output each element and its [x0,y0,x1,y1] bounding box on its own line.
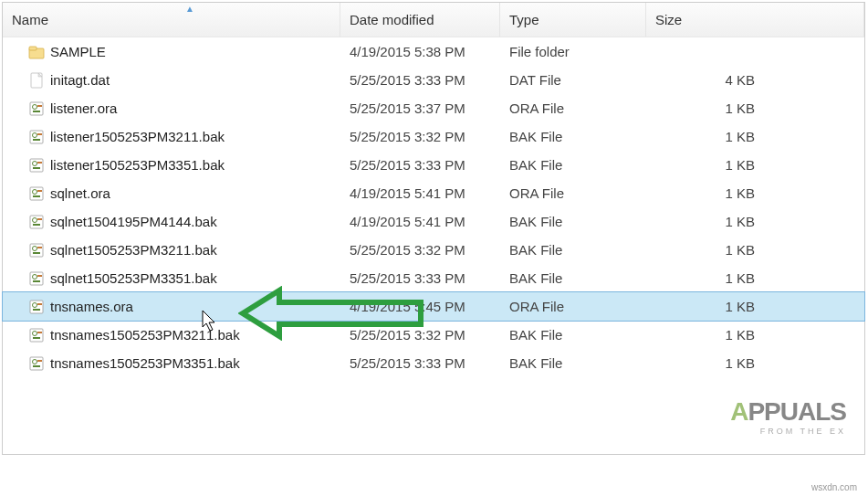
file-explorer-window: Name ▲ Date modified Type Size SAMPLE 4/… [2,2,865,455]
cell-type: ORA File [500,299,646,314]
cell-type: BAK File [500,355,646,371]
cell-name: listener1505253PM3211.bak [3,129,340,145]
file-size-label: 1 KB [725,270,755,286]
column-header-type[interactable]: Type [500,3,646,37]
file-date-label: 4/19/2015 5:41 PM [350,185,465,201]
file-date-label: 5/25/2015 3:33 PM [350,270,465,286]
file-date-label: 5/25/2015 3:33 PM [350,72,465,88]
cell-size: 1 KB [646,185,864,201]
cell-type: BAK File [500,214,646,229]
file-name-label: initagt.dat [50,72,110,88]
table-row[interactable]: listener1505253PM3351.bak 5/25/2015 3:33… [3,151,864,179]
cell-type: BAK File [500,327,646,343]
column-header-date[interactable]: Date modified [340,3,500,37]
column-header-type-label: Type [509,12,539,27]
file-name-label: SAMPLE [50,44,106,59]
table-row[interactable]: sqlnet1505253PM3351.bak 5/25/2015 3:33 P… [3,264,864,292]
file-type-label: ORA File [509,100,564,116]
file-type-label: File folder [509,44,570,59]
cell-name: sqlnet1505253PM3351.bak [3,270,340,287]
sort-ascending-icon: ▲ [185,4,194,14]
file-name-label: sqlnet1505253PM3351.bak [50,270,217,286]
file-size-label: 4 KB [725,72,755,88]
watermark-tagline: FROM THE EX [730,427,846,436]
table-row[interactable]: SAMPLE 4/19/2015 5:38 PM File folder [3,37,864,66]
file-date-label: 5/25/2015 3:32 PM [350,129,465,144]
file-type-label: BAK File [509,129,562,144]
watermark-brand-a: A [730,397,748,426]
bak-icon [28,242,45,259]
cell-date: 4/19/2015 5:41 PM [340,185,500,201]
table-row[interactable]: tnsnames1505253PM3211.bak 5/25/2015 3:32… [3,321,864,349]
cell-name: sqlnet.ora [3,185,340,202]
cell-type: BAK File [500,242,646,258]
file-size-label: 1 KB [725,185,755,201]
cell-name: tnsnames.ora [3,299,340,315]
file-date-label: 5/25/2015 3:32 PM [350,327,465,343]
file-type-label: BAK File [509,355,562,371]
file-size-label: 1 KB [725,214,755,229]
file-type-label: ORA File [509,299,564,314]
cell-size: 1 KB [646,100,864,116]
file-size-label: 1 KB [725,157,755,173]
cell-date: 5/25/2015 3:33 PM [340,72,500,88]
cell-name: listener1505253PM3351.bak [3,157,340,174]
file-date-label: 5/25/2015 3:33 PM [350,157,465,173]
cell-type: BAK File [500,157,646,173]
table-row[interactable]: initagt.dat 5/25/2015 3:33 PM DAT File 4… [3,66,864,94]
cell-name: tnsnames1505253PM3351.bak [3,355,340,372]
column-header-name[interactable]: Name ▲ [3,3,340,37]
file-name-label: sqlnet1505253PM3211.bak [50,242,217,258]
file-name-label: tnsnames1505253PM3211.bak [50,327,240,343]
bak-icon [28,355,45,372]
source-credit: wsxdn.com [811,482,857,492]
file-type-label: DAT File [509,72,561,88]
file-date-label: 5/25/2015 3:32 PM [350,242,465,258]
cell-type: BAK File [500,270,646,286]
cell-name: sqlnet1505253PM3211.bak [3,242,340,259]
file-name-label: sqlnet1504195PM4144.bak [50,214,217,229]
watermark-brand: APPUALS [730,397,846,427]
cell-date: 5/25/2015 3:32 PM [340,129,500,144]
cell-date: 5/25/2015 3:33 PM [340,270,500,286]
file-date-label: 5/25/2015 3:37 PM [350,100,465,116]
bak-icon [28,327,45,343]
column-header-date-label: Date modified [350,12,434,27]
table-row[interactable]: listener1505253PM3211.bak 5/25/2015 3:32… [3,122,864,151]
cell-date: 5/25/2015 3:37 PM [340,100,500,116]
ora-icon [28,299,45,315]
cell-size: 1 KB [646,214,864,229]
folder-icon [28,44,45,60]
watermark-logo: APPUALS FROM THE EX [730,397,846,436]
cell-name: tnsnames1505253PM3211.bak [3,327,340,343]
cell-name: SAMPLE [3,44,340,60]
cell-size: 1 KB [646,242,864,258]
table-row[interactable]: sqlnet.ora 4/19/2015 5:41 PM ORA File 1 … [3,179,864,207]
table-row[interactable]: tnsnames.ora 4/19/2015 5:45 PM ORA File … [3,292,864,321]
cell-type: ORA File [500,185,646,201]
file-type-label: BAK File [509,270,562,286]
cell-type: BAK File [500,129,646,144]
cell-size: 1 KB [646,355,864,371]
cell-date: 4/19/2015 5:45 PM [340,299,500,314]
file-type-label: BAK File [509,327,562,343]
table-row[interactable]: sqlnet1505253PM3211.bak 5/25/2015 3:32 P… [3,236,864,264]
ora-icon [28,100,45,117]
bak-icon [28,270,45,287]
file-name-label: tnsnames.ora [50,299,133,314]
dat-icon [28,72,45,89]
cell-date: 5/25/2015 3:33 PM [340,355,500,371]
file-list: SAMPLE 4/19/2015 5:38 PM File folder ini… [3,37,864,377]
file-size-label: 1 KB [725,129,755,144]
column-header-size[interactable]: Size [646,3,864,37]
table-row[interactable]: tnsnames1505253PM3351.bak 5/25/2015 3:33… [3,349,864,377]
cell-size: 1 KB [646,270,864,286]
cell-date: 5/25/2015 3:33 PM [340,157,500,173]
table-row[interactable]: sqlnet1504195PM4144.bak 4/19/2015 5:41 P… [3,207,864,236]
file-name-label: sqlnet.ora [50,185,110,201]
file-date-label: 4/19/2015 5:45 PM [350,299,465,314]
cell-size: 1 KB [646,129,864,144]
file-name-label: listener.ora [50,100,117,116]
cell-name: initagt.dat [3,72,340,89]
table-row[interactable]: listener.ora 5/25/2015 3:37 PM ORA File … [3,94,864,122]
